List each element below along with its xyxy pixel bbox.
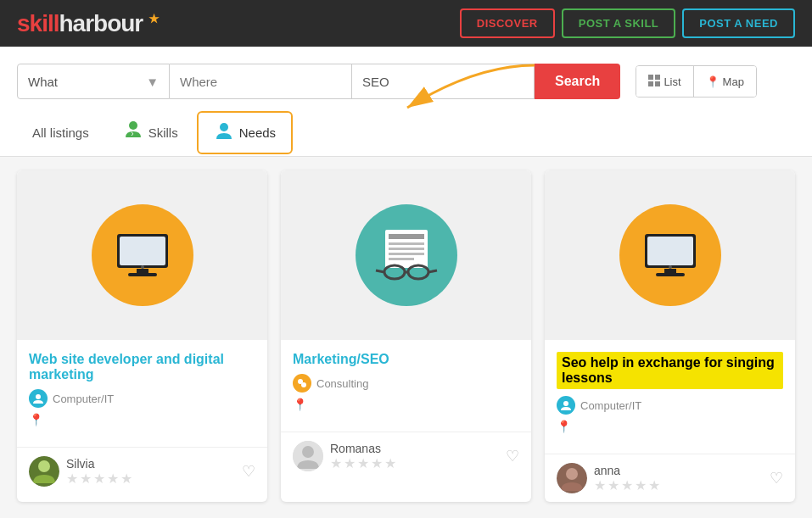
- svg-point-38: [566, 468, 578, 480]
- cards-grid: Web site developer and digital marketing…: [0, 157, 812, 515]
- svg-rect-9: [120, 237, 165, 265]
- favorite-button-3[interactable]: ♡: [770, 469, 783, 487]
- svg-point-12: [141, 265, 144, 269]
- grid-icon: [648, 75, 660, 89]
- map-view-button[interactable]: 📍 Map: [694, 66, 756, 97]
- card-2-category: Consulting: [293, 374, 519, 393]
- star-1: ★: [330, 455, 342, 471]
- card-1-avatar: [29, 456, 59, 487]
- svg-rect-21: [389, 258, 414, 260]
- post-need-button[interactable]: POST A NEED: [682, 8, 795, 38]
- nav-buttons: DISCOVER POST A SKILL POST A NEED: [460, 8, 795, 38]
- svg-rect-19: [389, 248, 424, 250]
- what-dropdown[interactable]: What ▼: [17, 64, 170, 99]
- star-2: ★: [80, 471, 92, 487]
- svg-point-28: [301, 382, 306, 387]
- svg-line-25: [376, 270, 384, 272]
- card-1-location: 📍: [29, 413, 255, 426]
- card-3-location: 📍: [557, 420, 783, 433]
- card-2-category-label: Consulting: [316, 377, 368, 390]
- star-2: ★: [608, 477, 619, 493]
- tab-skills[interactable]: › Skills: [108, 111, 193, 156]
- category-icon-3: [557, 396, 575, 415]
- svg-rect-0: [648, 75, 653, 80]
- svg-rect-34: [656, 273, 685, 276]
- site-logo: skillharbour ★: [17, 10, 159, 37]
- card-3-username: anna: [594, 464, 660, 477]
- svg-rect-20: [389, 253, 424, 255]
- card-1-image: [17, 170, 267, 340]
- star-3: ★: [621, 477, 633, 493]
- svg-rect-10: [137, 269, 148, 273]
- what-label: What: [28, 75, 58, 89]
- search-button[interactable]: Search: [535, 64, 620, 99]
- discover-button[interactable]: DISCOVER: [460, 8, 555, 38]
- card-2-body: Marketing/SEO Consulting 📍: [281, 340, 531, 432]
- card-2-title: Marketing/SEO: [293, 352, 519, 367]
- tab-all-listings[interactable]: All listings: [17, 117, 104, 151]
- star-2: ★: [344, 455, 356, 471]
- svg-rect-2: [648, 81, 653, 86]
- card-2-user: Romanas ★ ★ ★ ★ ★: [293, 441, 396, 471]
- svg-point-13: [36, 394, 41, 399]
- star-3: ★: [357, 455, 369, 471]
- monitor-icon-1: [92, 204, 193, 306]
- tabs-row: All listings › Skills Needs: [17, 111, 795, 156]
- pin-icon-2: 📍: [293, 398, 307, 411]
- where-input[interactable]: [170, 64, 352, 99]
- map-pin-icon: 📍: [706, 75, 720, 88]
- card-3-user: anna ★ ★ ★ ★ ★: [557, 463, 660, 493]
- card-1: Web site developer and digital marketing…: [17, 170, 267, 502]
- card-3-body: Seo help in exchange for singing lessons…: [545, 340, 795, 454]
- logo-star-icon: ★: [148, 11, 159, 25]
- card-1-stars: ★ ★ ★ ★ ★: [66, 471, 132, 487]
- favorite-button-1[interactable]: ♡: [242, 462, 255, 481]
- map-label: Map: [723, 75, 744, 88]
- skills-label: Skills: [148, 125, 178, 140]
- star-4: ★: [635, 477, 647, 493]
- card-3-category: Computer/IT: [557, 396, 783, 415]
- svg-rect-32: [647, 237, 693, 265]
- card-1-body: Web site developer and digital marketing…: [17, 340, 267, 447]
- card-3-category-label: Computer/IT: [580, 399, 641, 412]
- site-header: skillharbour ★ DISCOVER POST A SKILL POS…: [0, 0, 812, 47]
- all-listings-label: All listings: [32, 125, 89, 140]
- list-view-button[interactable]: List: [636, 66, 693, 97]
- card-2-location: 📍: [293, 398, 519, 411]
- svg-rect-17: [389, 234, 424, 239]
- card-3-stars: ★ ★ ★ ★ ★: [594, 477, 660, 493]
- star-4: ★: [371, 455, 383, 471]
- news-icon-2: [356, 204, 457, 306]
- chevron-down-icon: ▼: [146, 75, 159, 89]
- card-2: Marketing/SEO Consulting 📍: [281, 170, 531, 502]
- card-1-category-label: Computer/IT: [53, 393, 114, 405]
- svg-point-15: [38, 460, 50, 472]
- star-5: ★: [120, 471, 132, 487]
- needs-person-icon: [214, 121, 234, 144]
- svg-rect-3: [655, 81, 660, 86]
- star-5: ★: [384, 455, 396, 471]
- card-2-stars: ★ ★ ★ ★ ★: [330, 455, 396, 471]
- svg-line-26: [428, 270, 437, 272]
- svg-rect-11: [128, 273, 157, 276]
- card-2-footer: Romanas ★ ★ ★ ★ ★ ♡: [281, 432, 531, 480]
- post-skill-button[interactable]: POST A SKILL: [562, 8, 676, 38]
- skills-person-icon: ›: [123, 120, 143, 145]
- svg-point-36: [563, 401, 568, 406]
- favorite-button-2[interactable]: ♡: [506, 447, 519, 465]
- card-1-title: Web site developer and digital marketing: [29, 352, 255, 382]
- search-keyword-input[interactable]: [352, 64, 535, 99]
- category-icon-2: [293, 374, 311, 393]
- card-3-image: [545, 170, 795, 340]
- card-2-image: [281, 170, 531, 340]
- search-bar-container: What ▼ Search List 📍 Map: [0, 47, 812, 157]
- card-3-footer: anna ★ ★ ★ ★ ★ ♡: [545, 454, 795, 502]
- card-1-user: Silvia ★ ★ ★ ★ ★: [29, 456, 132, 487]
- category-icon-1: [29, 389, 48, 408]
- card-1-username: Silvia: [66, 457, 132, 471]
- tab-needs[interactable]: Needs: [197, 111, 293, 154]
- pin-icon-1: 📍: [29, 413, 43, 426]
- star-3: ★: [93, 471, 105, 487]
- svg-text:›: ›: [131, 129, 133, 138]
- search-row: What ▼ Search List 📍 Map: [17, 64, 795, 99]
